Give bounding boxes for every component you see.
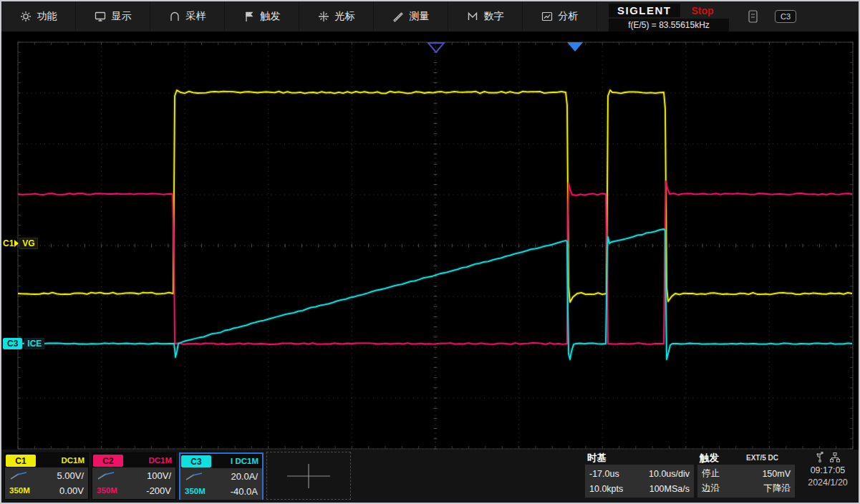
plus-icon [286, 462, 332, 490]
trigger-slope: 下降沿 [764, 483, 791, 495]
c2-offset: -200V [146, 485, 171, 496]
usb-icon [816, 452, 824, 462]
trigger-title: 触发 [700, 452, 719, 465]
slope-icon [185, 472, 203, 481]
menu-item-cursor[interactable]: 光标 [299, 1, 374, 32]
cursor-icon [318, 11, 329, 22]
menu-item-label: 光标 [335, 10, 355, 23]
menu-item-label: 采样 [186, 10, 206, 23]
gear-icon [20, 11, 32, 22]
trigger-panel[interactable]: 停止 150mV 边沿 下降沿 [697, 465, 795, 498]
digital-icon [467, 11, 478, 22]
timebase-title: 时基 [587, 452, 607, 465]
menu-item-label: 数字 [484, 10, 504, 23]
menu-item-trigger[interactable]: 触发 [225, 1, 299, 32]
c1-custom-label: VG [19, 238, 37, 249]
timebase-samplerate: 100MSa/s [649, 484, 690, 494]
frequency-counter: f(E/5) = 83.55615kHz [609, 19, 729, 32]
trace-C2 [18, 181, 852, 344]
slope-icon [97, 471, 115, 480]
menu-item-display[interactable]: 显示 [76, 1, 150, 32]
trace-glow-C2 [18, 181, 852, 344]
trigger-state: 停止 [702, 467, 720, 480]
battery-icon [748, 9, 758, 23]
c3-scale: 20.0A/ [231, 471, 258, 482]
run-state-badge[interactable]: Stop [692, 5, 714, 16]
c1-scale: 5.00V/ [57, 470, 84, 481]
channel-box-c2[interactable]: C2 DC1M 100V/ 350M -200V [92, 452, 176, 500]
c2-tab[interactable]: C2 [93, 455, 123, 467]
menu-item-label: 显示 [112, 10, 132, 23]
device-badge: C3 [775, 10, 796, 23]
oscilloscope-screen: 功能 显示 采样 触发 光标 测量 数字 分析 [0, 0, 860, 504]
time-reference-marker[interactable] [428, 43, 444, 52]
c3-zero-marker[interactable]: C3 ICE [3, 338, 44, 349]
display-icon [95, 11, 106, 22]
c3-tab[interactable]: C3 [181, 455, 211, 467]
clock-block: 09:17:05 2024/1/20 [798, 451, 858, 488]
c1-offset: 0.00V [59, 485, 84, 496]
trace-glow-C1 [18, 90, 852, 302]
menu-item-label: 触发 [261, 10, 281, 23]
trigger-type: 边沿 [702, 483, 720, 495]
timebase-panel[interactable]: -17.0us 10.0us/div 10.0kpts 100MSa/s [585, 465, 694, 498]
clock-date: 2024/1/20 [798, 478, 858, 488]
c1-marker-arrow-icon [14, 240, 19, 247]
menu-item-digital[interactable]: 数字 [448, 1, 523, 32]
menu-item-acquire[interactable]: 采样 [150, 1, 225, 32]
c1-marker-text: C1 [3, 238, 14, 248]
c3-offset: -40.0A [231, 486, 258, 497]
c2-scale: 100V/ [147, 470, 171, 481]
c1-coupling: DC1M [61, 456, 88, 465]
c3-marker-badge: C3 [3, 338, 22, 349]
menu-item-analysis[interactable]: 分析 [523, 1, 597, 32]
analysis-icon [541, 11, 553, 22]
c3-custom-label: ICE [24, 338, 44, 349]
channel-box-c3[interactable]: C3 I DC1M 20.0A/ 350M -40.0A [179, 452, 264, 500]
c1-bandwidth: 350M [9, 486, 30, 495]
menu-item-measure[interactable]: 测量 [374, 1, 448, 32]
c2-coupling: DC1M [148, 456, 175, 465]
brand-logo: SIGLENT [609, 4, 680, 17]
menu-item-label: 测量 [410, 10, 430, 23]
trigger-flag-icon [243, 11, 255, 22]
c3-bandwidth: 350M [185, 487, 206, 495]
status-bar: C1 DC1M 5.00V/ 350M 0.00V C2 DC1M [1, 450, 859, 503]
clock-time: 09:17:05 [798, 465, 858, 475]
measure-icon [392, 11, 404, 22]
trigger-source: EXT/5 DC [746, 454, 778, 462]
slope-icon [9, 471, 28, 480]
menu-item-label: 功能 [37, 10, 57, 23]
trace-C1 [18, 90, 852, 302]
lan-icon [830, 452, 840, 462]
c1-zero-marker[interactable]: C1 VG [3, 238, 38, 249]
waveform-display [1, 1, 859, 503]
timebase-delay: -17.0us [589, 469, 619, 479]
add-channel-dropzone[interactable] [266, 452, 351, 500]
brand-block: SIGLENT Stop f(E/5) = 83.55615kHz [609, 4, 732, 32]
acquire-icon [169, 11, 180, 22]
c1-tab[interactable]: C1 [6, 455, 36, 467]
timebase-memory: 10.0kpts [589, 484, 623, 494]
trigger-position-marker[interactable] [567, 42, 583, 52]
trigger-level: 150mV [762, 469, 791, 479]
c3-coupling: I DC1M [231, 457, 262, 465]
c2-bandwidth: 350M [97, 486, 117, 495]
channel-box-c1[interactable]: C1 DC1M 5.00V/ 350M 0.00V [4, 452, 89, 500]
menu-item-label: 分析 [559, 10, 579, 23]
timebase-scale: 10.0us/div [649, 469, 690, 479]
menu-item-utility[interactable]: 功能 [1, 1, 76, 32]
